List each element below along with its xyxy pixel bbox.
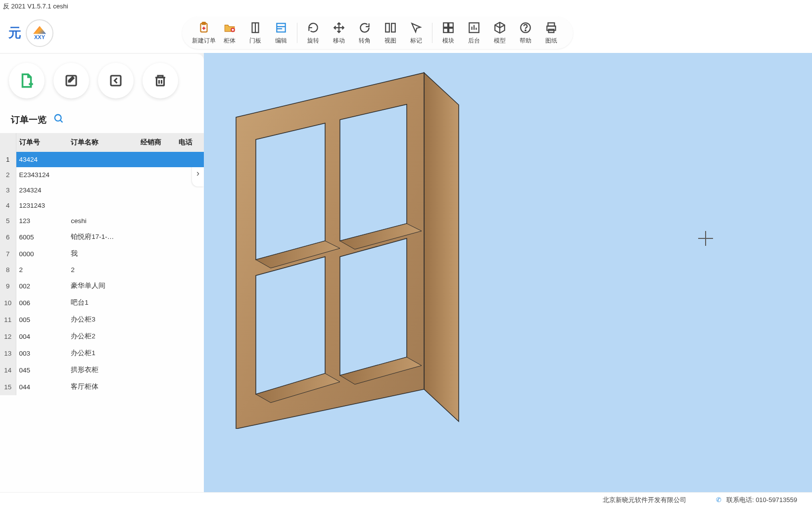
sidebar-add-button[interactable] bbox=[9, 63, 45, 98]
table-row[interactable]: 2E2343124 bbox=[0, 167, 204, 183]
cell-dealer bbox=[138, 167, 176, 183]
cabinet-button[interactable]: 柜体 bbox=[217, 20, 242, 46]
table-row[interactable]: 5123ceshi bbox=[0, 213, 204, 229]
svg-rect-9 bbox=[277, 23, 285, 32]
svg-marker-43 bbox=[340, 238, 407, 375]
svg-rect-19 bbox=[449, 28, 453, 33]
cell-dealer bbox=[138, 378, 176, 395]
table-row[interactable]: 9002豪华单人间 bbox=[0, 277, 204, 294]
cell-name: 拱形衣柜 bbox=[68, 362, 138, 378]
order-table-wrap[interactable]: 订单号订单名称经销商电话 1434242E2343124323432441231… bbox=[0, 133, 204, 503]
help-button[interactable]: 帮助 bbox=[513, 20, 538, 46]
content-area: 订单一览 › 订单号订单名称经销商电话 1434242E234312432343… bbox=[0, 53, 812, 503]
row-index: 4 bbox=[0, 198, 16, 213]
table-row[interactable]: 822 bbox=[0, 262, 204, 277]
table-row[interactable]: 14045拱形衣柜 bbox=[0, 362, 204, 378]
toolbar-label: 门板 bbox=[249, 37, 261, 45]
cell-name: ceshi bbox=[68, 213, 138, 229]
cell-order: 045 bbox=[16, 362, 68, 378]
edit-button[interactable]: 编辑 bbox=[268, 20, 294, 46]
row-index: 7 bbox=[0, 245, 16, 262]
search-icon[interactable] bbox=[53, 113, 64, 126]
logo-xxy: XXY bbox=[26, 19, 53, 47]
table-row[interactable]: 13003办公柜1 bbox=[0, 345, 204, 362]
corner-button[interactable]: 转角 bbox=[352, 20, 378, 46]
sidebar-import-button[interactable] bbox=[98, 63, 134, 98]
svg-point-36 bbox=[55, 115, 61, 121]
module-button[interactable]: 模块 bbox=[435, 20, 461, 46]
toolbar-label: 模块 bbox=[442, 37, 454, 45]
cell-name bbox=[68, 152, 138, 167]
cell-name: 豪华单人间 bbox=[68, 277, 138, 294]
row-index: 15 bbox=[0, 378, 16, 395]
rotate-icon bbox=[306, 21, 320, 35]
row-index: 14 bbox=[0, 362, 16, 378]
clipboard-plus-icon bbox=[197, 21, 211, 35]
column-header[interactable]: 订单号 bbox=[16, 133, 68, 152]
cell-dealer bbox=[138, 229, 176, 245]
drawing-button[interactable]: 图纸 bbox=[538, 20, 564, 46]
sidebar-delete-button[interactable] bbox=[143, 63, 178, 98]
backstage-button[interactable]: 后台 bbox=[461, 20, 487, 46]
toolbar-label: 转角 bbox=[359, 37, 371, 45]
cell-order: 004 bbox=[16, 328, 68, 345]
mark-button[interactable]: 标记 bbox=[403, 20, 429, 46]
view-button[interactable]: 视图 bbox=[378, 20, 403, 46]
table-row[interactable]: 12004办公柜2 bbox=[0, 328, 204, 345]
column-header[interactable]: 电话 bbox=[176, 133, 204, 152]
table-row[interactable]: 41231243 bbox=[0, 198, 204, 213]
toolbar-separator bbox=[432, 23, 432, 43]
viewport-3d[interactable] bbox=[204, 53, 812, 503]
svg-marker-42 bbox=[256, 257, 325, 394]
column-header[interactable]: 经销商 bbox=[138, 133, 176, 152]
sidebar-edit-button[interactable] bbox=[53, 63, 89, 98]
cell-dealer bbox=[138, 345, 176, 362]
cube-icon bbox=[493, 21, 507, 35]
rotate-button[interactable]: 旋转 bbox=[300, 20, 326, 46]
cell-phone bbox=[176, 213, 204, 229]
move-button[interactable]: 移动 bbox=[326, 20, 352, 46]
help-icon bbox=[519, 21, 532, 35]
toolbar-label: 帮助 bbox=[520, 37, 531, 45]
table-row[interactable]: 10006吧台1 bbox=[0, 294, 204, 311]
cell-dealer bbox=[138, 152, 176, 167]
table-row[interactable]: 66005铂悦府17-1-… bbox=[0, 229, 204, 245]
cell-phone bbox=[176, 198, 204, 213]
toolbar-label: 移动 bbox=[333, 37, 345, 45]
logo-triangle-icon bbox=[33, 26, 46, 34]
order-table: 订单号订单名称经销商电话 1434242E2343124323432441231… bbox=[0, 133, 204, 395]
cell-dealer bbox=[138, 198, 176, 213]
sidebar-title: 订单一览 bbox=[11, 114, 47, 126]
cell-order: 123 bbox=[16, 213, 68, 229]
cell-dealer bbox=[138, 294, 176, 311]
table-row[interactable]: 3234324 bbox=[0, 183, 204, 198]
table-row[interactable]: 143424 bbox=[0, 152, 204, 167]
row-index: 12 bbox=[0, 328, 16, 345]
svg-marker-38 bbox=[424, 73, 459, 421]
sidebar: 订单一览 › 订单号订单名称经销商电话 1434242E234312432343… bbox=[0, 53, 204, 503]
toolbar-label: 旋转 bbox=[307, 37, 319, 45]
cell-name bbox=[68, 167, 138, 183]
door-button[interactable]: 门板 bbox=[242, 20, 268, 46]
cell-name bbox=[68, 198, 138, 213]
row-index: 2 bbox=[0, 167, 16, 183]
svg-rect-16 bbox=[443, 23, 448, 27]
cell-phone bbox=[176, 262, 204, 277]
main-toolbar: 新建订单柜体门板编辑旋转移动转角视图标记模块后台模型帮助图纸 bbox=[182, 17, 573, 49]
cell-name: 我 bbox=[68, 245, 138, 262]
row-index: 1 bbox=[0, 152, 16, 167]
cursor-icon bbox=[409, 21, 423, 35]
row-index-header bbox=[0, 133, 16, 152]
cell-phone bbox=[176, 277, 204, 294]
cabinet-model[interactable] bbox=[229, 53, 486, 429]
column-header[interactable]: 订单名称 bbox=[68, 133, 138, 152]
cell-phone bbox=[176, 328, 204, 345]
table-row[interactable]: 70000我 bbox=[0, 245, 204, 262]
model-button[interactable]: 模型 bbox=[487, 20, 513, 46]
table-row[interactable]: 11005办公柜3 bbox=[0, 311, 204, 328]
cell-order: 1231243 bbox=[16, 198, 68, 213]
table-row[interactable]: 15044客厅柜体 bbox=[0, 378, 204, 395]
new-order-button[interactable]: 新建订单 bbox=[191, 20, 217, 46]
toolbar-label: 柜体 bbox=[224, 37, 236, 45]
folder-plus-icon bbox=[223, 21, 237, 35]
